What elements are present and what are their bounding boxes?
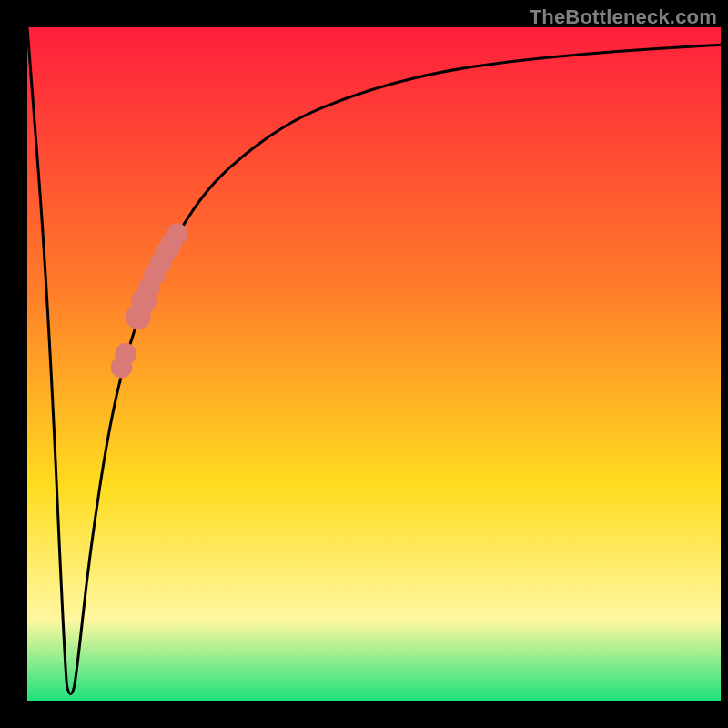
watermark-text: TheBottleneck.com (530, 5, 717, 29)
bottleneck-chart (27, 27, 721, 701)
curve-marker (111, 357, 133, 379)
chart-frame: TheBottleneck.com (0, 0, 728, 728)
curve-marker (167, 223, 188, 245)
plot-area (27, 27, 721, 701)
